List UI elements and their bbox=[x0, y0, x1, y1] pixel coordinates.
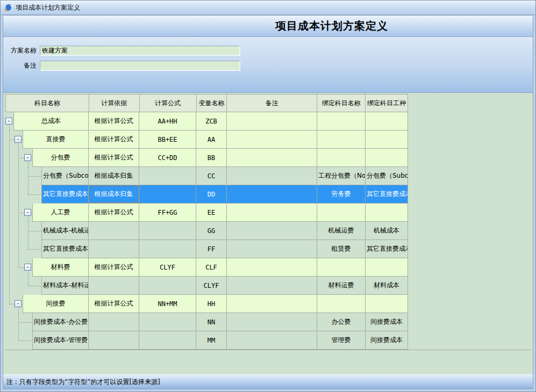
cell-variable[interactable]: EE bbox=[196, 204, 227, 222]
cell-remark[interactable] bbox=[227, 204, 317, 222]
title-bar[interactable]: 项目成本计划方案定义 bbox=[1, 1, 535, 15]
cell-remark[interactable] bbox=[227, 295, 317, 313]
cell-remark[interactable] bbox=[227, 167, 317, 185]
table-row[interactable]: 间接费成本-管理费MM管理费间接费成本 bbox=[5, 331, 408, 350]
cell-basis[interactable] bbox=[89, 331, 139, 350]
tree-collapse-toggle[interactable]: - bbox=[24, 154, 31, 161]
cell-basis[interactable]: 根据计算公式 bbox=[89, 149, 139, 167]
cell-basis[interactable]: 根据成本归集 bbox=[89, 185, 139, 204]
cell-variable[interactable]: CLYF bbox=[196, 277, 227, 295]
cell-basis[interactable]: 根据计算公式 bbox=[89, 130, 139, 149]
cell-bind_subject[interactable]: 管理费 bbox=[317, 331, 366, 350]
cell-name[interactable]: 材料费 bbox=[32, 258, 89, 277]
cell-bind_worktype[interactable] bbox=[366, 204, 408, 222]
cell-bind_worktype[interactable]: 分包费（Subco bbox=[366, 167, 408, 185]
table-row[interactable]: -直接费根据计算公式BB+EEAA bbox=[5, 130, 408, 149]
cell-remark[interactable] bbox=[227, 258, 317, 277]
cell-name[interactable]: 材料成本-材料运费 bbox=[41, 277, 89, 295]
cell-formula[interactable]: FF+GG bbox=[139, 204, 196, 222]
cell-name[interactable]: 间接费 bbox=[23, 295, 89, 313]
cell-bind_worktype[interactable] bbox=[366, 130, 408, 149]
cell-formula[interactable]: AA+HH bbox=[139, 112, 196, 130]
cell-bind_subject[interactable]: 办公费 bbox=[317, 313, 366, 331]
table-row[interactable]: 机械成本-机械运费GG机械运费机械成本 bbox=[5, 222, 408, 240]
cell-remark[interactable] bbox=[227, 313, 317, 331]
tree-collapse-toggle[interactable]: - bbox=[15, 136, 22, 143]
cell-bind_subject[interactable] bbox=[317, 258, 366, 277]
table-row[interactable]: 材料成本-材料运费CLYF材料运费材料成本 bbox=[5, 277, 408, 295]
cell-name[interactable]: 直接费 bbox=[23, 130, 89, 149]
cell-formula[interactable] bbox=[139, 185, 196, 204]
table-row[interactable]: 分包费（Subcon根据成本归集CC工程分包费（No:分包费（Subco bbox=[5, 167, 408, 185]
table-row[interactable]: -间接费根据计算公式NN+MMHH bbox=[5, 295, 408, 313]
cell-formula[interactable] bbox=[139, 277, 196, 295]
table-row[interactable]: -材料费根据计算公式CLYFCLF bbox=[5, 258, 408, 277]
cell-formula[interactable] bbox=[139, 222, 196, 240]
cell-name[interactable]: 人工费 bbox=[32, 204, 89, 222]
cell-bind_worktype[interactable]: 其它直接费成本 bbox=[366, 240, 408, 258]
cell-basis[interactable]: 根据成本归集 bbox=[89, 167, 139, 185]
cell-bind_worktype[interactable]: 材料成本 bbox=[366, 277, 408, 295]
tree-collapse-toggle[interactable]: - bbox=[24, 209, 31, 216]
cell-variable[interactable]: AA bbox=[196, 130, 227, 149]
cell-remark[interactable] bbox=[227, 331, 317, 350]
cell-bind_worktype[interactable]: 间接费成本 bbox=[366, 313, 408, 331]
cell-variable[interactable]: GG bbox=[196, 222, 227, 240]
cell-variable[interactable]: BB bbox=[196, 149, 227, 167]
cell-variable[interactable]: NN bbox=[196, 313, 227, 331]
scheme-name-input[interactable] bbox=[40, 46, 240, 55]
cell-basis[interactable] bbox=[89, 222, 139, 240]
cell-formula[interactable] bbox=[139, 313, 196, 331]
cell-variable[interactable]: CC bbox=[196, 167, 227, 185]
cell-remark[interactable] bbox=[227, 185, 317, 204]
cell-variable[interactable]: ZCB bbox=[196, 112, 227, 130]
cell-formula[interactable]: CLYF bbox=[139, 258, 196, 277]
cell-variable[interactable]: CLF bbox=[196, 258, 227, 277]
cell-remark[interactable] bbox=[227, 240, 317, 258]
tree-collapse-toggle[interactable]: - bbox=[24, 264, 31, 271]
cell-name[interactable]: 总成本 bbox=[13, 112, 89, 130]
cell-basis[interactable] bbox=[89, 240, 139, 258]
remark-input[interactable] bbox=[40, 61, 240, 70]
table-row[interactable]: 间接费成本-办公费NN办公费间接费成本 bbox=[5, 313, 408, 331]
cell-remark[interactable] bbox=[227, 112, 317, 130]
cell-basis[interactable] bbox=[89, 313, 139, 331]
cell-formula[interactable] bbox=[139, 240, 196, 258]
cell-remark[interactable] bbox=[227, 130, 317, 149]
column-header-bind_worktype[interactable]: 绑定科目工种 bbox=[366, 95, 408, 112]
cell-bind_subject[interactable]: 租赁费 bbox=[317, 240, 366, 258]
cell-basis[interactable]: 根据计算公式 bbox=[89, 204, 139, 222]
cell-bind_subject[interactable] bbox=[317, 112, 366, 130]
table-row[interactable]: 其它直接费成本FF租赁费其它直接费成本 bbox=[5, 240, 408, 258]
table-row[interactable]: -分包费根据计算公式CC+DDBB bbox=[5, 149, 408, 167]
cell-name[interactable]: 其它直接费成本 bbox=[41, 185, 89, 204]
cell-name[interactable]: 分包费（Subcon bbox=[41, 167, 89, 185]
cell-bind_worktype[interactable]: 间接费成本 bbox=[366, 331, 408, 350]
cell-name[interactable]: 分包费 bbox=[32, 149, 89, 167]
cell-bind_worktype[interactable]: 其它直接费成本 bbox=[366, 185, 408, 204]
cell-basis[interactable] bbox=[89, 277, 139, 295]
cell-formula[interactable]: CC+DD bbox=[139, 149, 196, 167]
cell-remark[interactable] bbox=[227, 277, 317, 295]
cell-bind_worktype[interactable] bbox=[366, 295, 408, 313]
cell-basis[interactable]: 根据计算公式 bbox=[89, 112, 139, 130]
cell-variable[interactable]: MM bbox=[196, 331, 227, 350]
cell-name[interactable]: 其它直接费成本 bbox=[41, 240, 89, 258]
cell-bind_subject[interactable] bbox=[317, 295, 366, 313]
cell-variable[interactable]: DD bbox=[196, 185, 227, 204]
cell-basis[interactable]: 根据计算公式 bbox=[89, 258, 139, 277]
cell-name[interactable]: 间接费成本-管理费 bbox=[32, 331, 89, 350]
cell-formula[interactable] bbox=[139, 167, 196, 185]
cell-name[interactable]: 间接费成本-办公费 bbox=[32, 313, 89, 331]
cell-variable[interactable]: FF bbox=[196, 240, 227, 258]
cell-bind_subject[interactable] bbox=[317, 149, 366, 167]
table-row[interactable]: -人工费根据计算公式FF+GGEE bbox=[5, 204, 408, 222]
cell-bind_subject[interactable]: 机械运费 bbox=[317, 222, 366, 240]
cell-bind_subject[interactable] bbox=[317, 204, 366, 222]
cell-bind_worktype[interactable] bbox=[366, 149, 408, 167]
cell-remark[interactable] bbox=[227, 149, 317, 167]
table-row[interactable]: 其它直接费成本根据成本归集DD劳务费其它直接费成本 bbox=[5, 185, 408, 204]
column-header-variable[interactable]: 变量名称 bbox=[197, 95, 227, 112]
column-header-formula[interactable]: 计算公式 bbox=[140, 95, 197, 112]
tree-collapse-toggle[interactable]: - bbox=[15, 300, 22, 307]
